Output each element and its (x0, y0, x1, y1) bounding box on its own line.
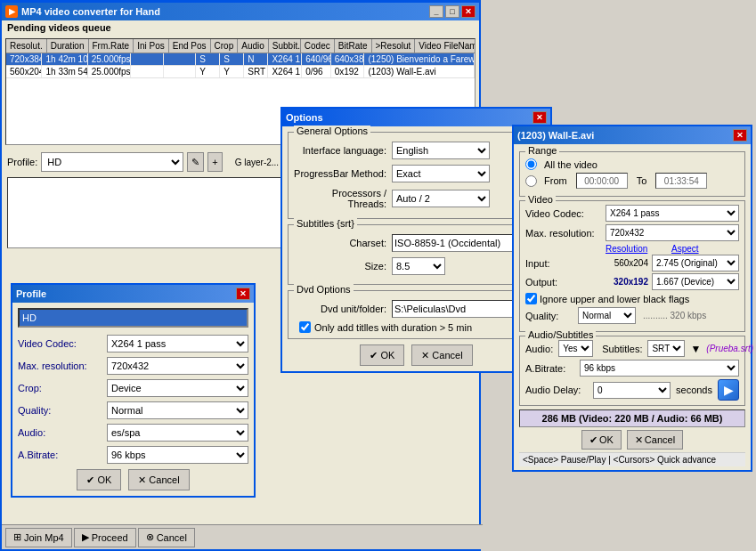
aspect-header[interactable]: Aspect (671, 244, 699, 254)
profile-name-input[interactable] (18, 308, 248, 328)
close-button[interactable]: ✕ (461, 5, 476, 18)
col-header-resolut[interactable]: Resolut. (6, 39, 47, 53)
col-header-inipos[interactable]: Ini Pos (134, 39, 169, 53)
progressbar-select[interactable]: Exact (392, 165, 490, 182)
quality-select[interactable]: Normal (578, 307, 636, 324)
range-group: Range All the video From To (519, 151, 745, 197)
profile-maxres-select[interactable]: 720x432 (107, 357, 248, 375)
proceed-button[interactable]: ▶ Proceed (74, 528, 136, 547)
dvd-options-group: Dvd Options Dvd unit/folder: Only add ti… (288, 290, 545, 339)
input-aspect-select[interactable]: 2.745 (Original) (652, 255, 739, 271)
cell-frmrate: 25.000fps (88, 53, 132, 65)
join-mp4-button[interactable]: ⊞ Join Mp4 (5, 528, 72, 547)
col-header-filename[interactable]: Video FileName (415, 39, 476, 53)
profile-cancel-button[interactable]: ✕ Cancel (128, 469, 189, 490)
profile-quality-select[interactable]: Normal (107, 401, 248, 419)
charset-row: Charset: (294, 234, 539, 252)
audio-subtitles-title: Audio/Subtitles (525, 329, 596, 340)
profile-abitrate-select[interactable]: 96 kbps (107, 446, 248, 464)
col-header-frmrate[interactable]: Frm.Rate (89, 39, 134, 53)
dvd-unit-input[interactable] (392, 300, 530, 318)
walle-ok-button[interactable]: ✔ OK (581, 430, 622, 450)
seconds-label: seconds (676, 385, 712, 395)
profile-ok-button[interactable]: ✔ OK (77, 469, 121, 490)
walle-close-button[interactable]: ✕ (733, 129, 747, 142)
all-video-label: All the video (544, 159, 597, 170)
max-res-row: Max. resolution: 720x432 (525, 224, 739, 241)
cell-duration: 1h 42m 10s (42, 53, 87, 65)
from-time-input[interactable] (576, 173, 628, 189)
table-row[interactable]: 560x204 1h 33m 54s 25.000fps Y Y SRT X26… (6, 66, 475, 78)
prueba-link[interactable]: (Prueba.srt) (706, 344, 753, 353)
all-video-radio[interactable] (525, 158, 537, 170)
dvd-checkbox-row: Only add titlles with duration > 5 min (299, 321, 539, 333)
check-icon3: ✔ (589, 434, 597, 446)
app-icon: ▶ (5, 5, 18, 18)
walle-content: Range All the video From To Video Video … (514, 144, 751, 470)
dvd-duration-checkbox[interactable] (299, 321, 311, 333)
col-header-duration[interactable]: Duration (47, 39, 89, 53)
col-header-bitrate[interactable]: BitRate (335, 39, 372, 53)
col-header-subbit[interactable]: Subbit. (269, 39, 301, 53)
video-title: Video (525, 194, 556, 205)
edit-profile-button[interactable]: ✎ (187, 152, 204, 172)
walle-btn-row: ✔ OK ✕ Cancel (519, 430, 745, 450)
profile-abitrate-label: A.Bitrate: (18, 450, 107, 460)
walle-cancel-button[interactable]: ✕ Cancel (627, 430, 683, 450)
options-close-button[interactable]: ✕ (532, 111, 547, 124)
dvd-options-title: Dvd Options (294, 284, 354, 295)
cell-endpos (164, 53, 196, 65)
max-res-select[interactable]: 720x432 (606, 224, 739, 241)
join-icon: ⊞ (13, 531, 21, 543)
minimize-button[interactable]: _ (429, 5, 443, 18)
col-header-codec[interactable]: Codec (301, 39, 335, 53)
all-video-row: All the video (525, 158, 739, 170)
options-title-bar: Options ✕ (282, 109, 550, 126)
profile-codec-select[interactable]: X264 1 pass (107, 335, 248, 352)
play-button[interactable]: ▶ (718, 379, 739, 401)
video-codec-select[interactable]: X264 1 pass (606, 205, 739, 222)
dropdown-icon[interactable]: ▼ (690, 343, 701, 355)
options-cancel-button[interactable]: ✕ Cancel (411, 344, 472, 366)
profile-close-button[interactable]: ✕ (236, 288, 250, 300)
profile-abitrate-row: A.Bitrate: 96 kbps (18, 446, 248, 464)
col-header-crop[interactable]: Crop (211, 39, 239, 53)
profile-audio-select[interactable]: es/spa (107, 424, 248, 442)
profile-crop-select[interactable]: Device (107, 379, 248, 397)
table-row[interactable]: 720x384 1h 42m 10s 25.000fps S S N X264 … (6, 53, 475, 66)
ignore-flags-label: Ignore upper and lower black flags (540, 294, 689, 304)
col-header-endpos[interactable]: End Pos (169, 39, 211, 53)
cancel-bottom-button[interactable]: ⊗ Cancel (138, 528, 195, 547)
audiodelay-row: Audio Delay: 0 seconds ▶ (525, 379, 739, 401)
profile-select[interactable]: HD (41, 152, 183, 172)
ignore-flags-checkbox[interactable] (525, 293, 537, 304)
dvd-unit-label: Dvd unit/folder: (294, 304, 392, 314)
size-select[interactable]: 8.5 (392, 257, 445, 275)
abitrate-row: A.Bitrate: 96 kbps (525, 360, 739, 377)
audio-select[interactable]: Yes (558, 340, 593, 357)
cell-subbit: SRT (244, 66, 268, 77)
subtitles-select[interactable]: SRT (647, 340, 685, 357)
from-radio[interactable] (525, 175, 537, 187)
output-aspect-select[interactable]: 1.667 (Device) (652, 273, 739, 290)
progressbar-label: ProgressBar Method: (294, 168, 392, 179)
profile-audio-row: Audio: es/spa (18, 424, 248, 442)
options-ok-button[interactable]: ✔ OK (360, 344, 404, 366)
x-icon2: ✕ (138, 474, 146, 486)
abitrate-select[interactable]: 96 kbps (580, 360, 739, 377)
profile-btn-row: ✔ OK ✕ Cancel (18, 469, 248, 490)
language-select[interactable]: English (392, 142, 490, 159)
col-header-resolut2[interactable]: >Resolut (372, 39, 416, 53)
audiodelay-select[interactable]: 0 (593, 382, 671, 399)
general-options-group: General Options Interface language: Engl… (288, 132, 545, 219)
from-row: From To (525, 173, 739, 189)
col-header-audio[interactable]: Audio (238, 39, 269, 53)
maximize-button[interactable]: □ (445, 5, 459, 18)
processors-select[interactable]: Auto / 2 (392, 190, 490, 207)
input-res-row: Input: 560x204 2.745 (Original) (525, 255, 739, 271)
charset-input[interactable] (392, 234, 530, 252)
resolution-header[interactable]: Resolution (606, 244, 668, 254)
video-codec-label: Video Codec: (525, 208, 606, 219)
add-profile-button[interactable]: + (207, 152, 222, 172)
to-time-input[interactable] (655, 173, 707, 189)
